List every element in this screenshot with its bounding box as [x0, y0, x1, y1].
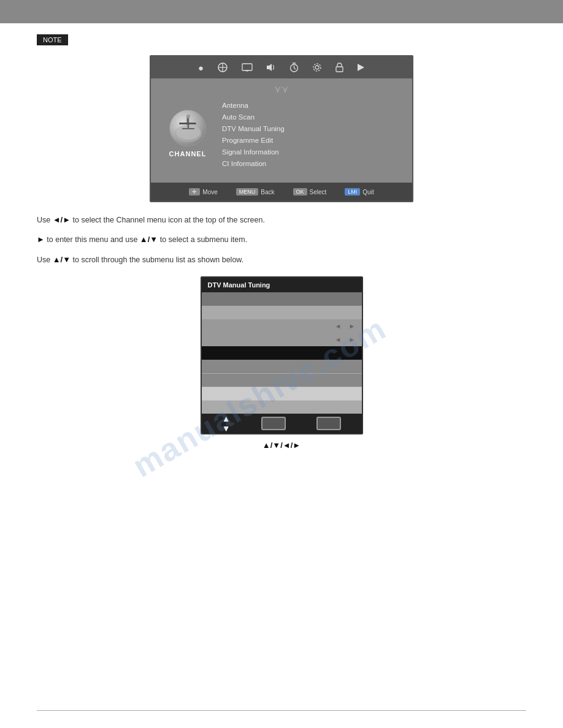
nav-arrows-label: ▲/▼/◄/►: [37, 441, 526, 450]
tv-icon-settings: [312, 63, 322, 72]
quit-label: Quit: [362, 189, 373, 195]
dialog-row-2: [202, 306, 362, 319]
top-header-bar: [0, 0, 563, 23]
tv-menu-body: ⋎⋎ CHANNEL Antenna Au: [151, 78, 412, 183]
dialog-row-5: [202, 346, 362, 360]
section-label: NOTE: [37, 34, 68, 45]
svg-point-11: [315, 66, 319, 69]
menu-item-dtv: DTV Manual Tuning: [222, 123, 400, 134]
row3-arrows: ◄ ►: [335, 322, 356, 330]
tv-menu-items-list: Antenna Auto Scan DTV Manual Tuning Prog…: [212, 96, 400, 173]
channel-icon-area: CHANNEL: [163, 94, 212, 173]
svg-rect-13: [336, 67, 343, 72]
footer-updown-icon: ▲▼: [222, 414, 231, 433]
bottom-move: ✛ Move: [189, 188, 217, 195]
svg-point-12: [313, 64, 321, 71]
quit-key-badge: LMI: [345, 188, 360, 195]
dialog-row-6: [202, 360, 362, 373]
move-label: Move: [202, 189, 217, 195]
dialog-row-7: [202, 373, 362, 387]
description-1: Use ◄/► to select the Channel menu icon …: [37, 213, 526, 227]
menu-item-progedit: Programme Edit: [222, 134, 400, 146]
select-label: Select: [310, 189, 327, 195]
tv-icon-dot: ●: [198, 63, 204, 73]
menu-item-ci: CI Information: [222, 157, 400, 169]
back-label: Back: [261, 189, 274, 195]
svg-rect-3: [242, 64, 252, 70]
tv-icon-play: [357, 63, 365, 72]
footer-btn1: [261, 417, 286, 430]
description-2: ► to enter this menu and use ▲/▼ to sele…: [37, 233, 526, 246]
menu-item-signal: Signal Information: [222, 146, 400, 157]
svg-line-9: [294, 68, 296, 69]
menu-item-autoscan: Auto Scan: [222, 111, 400, 123]
bottom-select: OK Select: [293, 188, 327, 195]
tv-icon-timer: [289, 63, 299, 72]
tv-icon-volume: [266, 63, 276, 72]
tv-icon-lock: [335, 63, 343, 72]
tv-top-bar: ●: [151, 56, 412, 78]
footer-btn2: [316, 417, 341, 430]
channel-label: CHANNEL: [169, 150, 207, 157]
dialog-row-9: [202, 400, 362, 414]
row4-arrows: ◄ ►: [335, 336, 356, 343]
bottom-quit: LMI Quit: [345, 188, 373, 195]
tv-icon-display: [242, 63, 253, 72]
tv-icon-channel: [217, 62, 228, 73]
tv-menu-screenshot: ●: [150, 55, 413, 202]
down-arrow-icon: ⋎⋎: [274, 83, 289, 95]
bottom-rule: [37, 710, 526, 711]
move-key-badge: ✛: [189, 188, 200, 195]
tv-bottom-bar: ✛ Move MENU Back OK Select LMI Quit: [151, 183, 412, 201]
channel-sphere: [169, 110, 206, 146]
dialog-row-1: [202, 292, 362, 306]
bottom-back: MENU Back: [236, 188, 275, 195]
dialog-row-4: ◄ ►: [202, 333, 362, 346]
back-key-badge: MENU: [236, 188, 259, 195]
select-key-badge: OK: [293, 188, 307, 195]
dialog-header: DTV Manual Tuning: [202, 278, 362, 292]
dialog-row-8: [202, 387, 362, 400]
dialog-footer: ▲▼: [202, 414, 362, 433]
svg-point-19: [186, 115, 190, 118]
description-3: Use ▲/▼ to scroll through the submenu li…: [37, 253, 526, 267]
dialog-row-3: ◄ ►: [202, 319, 362, 333]
svg-marker-6: [267, 64, 272, 71]
svg-marker-14: [358, 64, 364, 71]
tv-dialog-screenshot: DTV Manual Tuning ◄ ► ◄ ► ▲▼: [201, 276, 363, 434]
menu-item-antenna: Antenna: [222, 99, 400, 111]
